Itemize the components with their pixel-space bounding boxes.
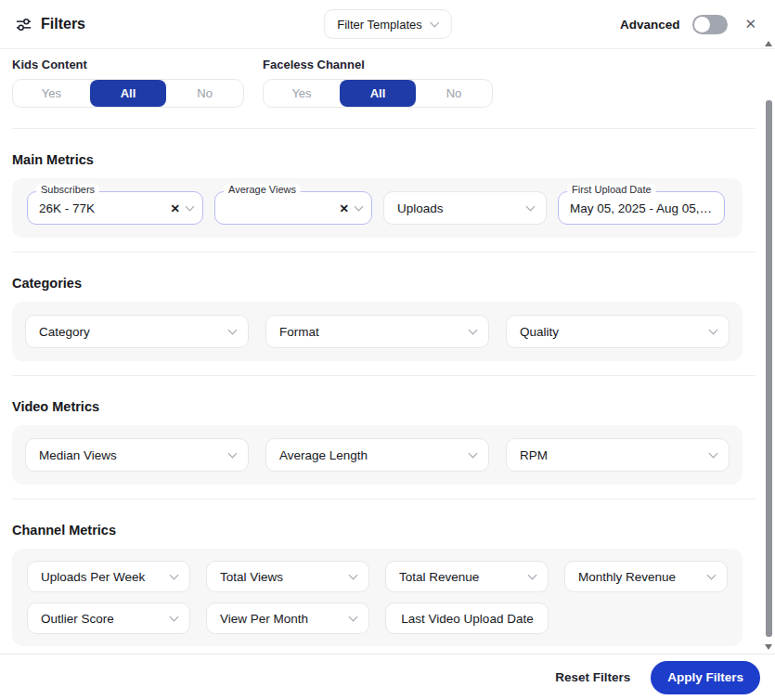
section-divider bbox=[12, 252, 756, 253]
total-revenue-dropdown[interactable]: Total Revenue bbox=[385, 561, 549, 592]
total-revenue-label: Total Revenue bbox=[399, 570, 479, 584]
clear-icon[interactable]: ✕ bbox=[340, 201, 349, 215]
average-length-dropdown[interactable]: Average Length bbox=[265, 438, 489, 472]
chevron-down-icon bbox=[170, 612, 179, 621]
category-dropdown-label: Category bbox=[39, 325, 90, 339]
view-per-month-dropdown[interactable]: View Per Month bbox=[206, 603, 369, 634]
total-views-label: Total Views bbox=[220, 570, 283, 584]
average-length-dropdown-label: Average Length bbox=[279, 448, 368, 462]
filter-templates-label: Filter Templates bbox=[337, 18, 422, 32]
advanced-label: Advanced bbox=[620, 18, 680, 32]
rpm-dropdown-label: RPM bbox=[520, 448, 548, 462]
main-metrics-heading: Main Metrics bbox=[12, 152, 743, 167]
filters-header: Filters Filter Templates Advanced ✕ bbox=[0, 0, 775, 49]
format-dropdown-label: Format bbox=[279, 325, 319, 339]
quality-dropdown-label: Quality bbox=[520, 325, 559, 339]
chevron-down-icon bbox=[430, 18, 439, 27]
categories-heading: Categories bbox=[12, 276, 743, 291]
clear-icon[interactable]: ✕ bbox=[171, 201, 180, 215]
faceless-channel-segmented: Yes All No bbox=[263, 79, 493, 108]
faceless-channel-group: Faceless Channel Yes All No bbox=[263, 58, 493, 108]
view-per-month-label: View Per Month bbox=[220, 612, 308, 626]
main-metrics-panel: Subscribers 26K - 77K ✕ Average Views ✕ … bbox=[12, 178, 743, 238]
last-video-upload-date-button[interactable]: Last Video Upload Date bbox=[385, 603, 549, 634]
outlier-score-dropdown[interactable]: Outlier Score bbox=[27, 603, 190, 634]
median-views-dropdown-label: Median Views bbox=[39, 448, 117, 462]
scroll-up-arrow-icon[interactable] bbox=[765, 41, 772, 46]
kids-content-option-yes[interactable]: Yes bbox=[13, 80, 90, 107]
average-views-field-label: Average Views bbox=[224, 184, 301, 195]
categories-panel: Category Format Quality bbox=[12, 302, 743, 361]
chevron-down-icon bbox=[228, 448, 238, 458]
video-metrics-panel: Median Views Average Length RPM bbox=[12, 425, 743, 485]
first-upload-date-field[interactable]: First Upload Date May 05, 2025 - Aug 05,… bbox=[558, 191, 725, 225]
chevron-down-icon[interactable] bbox=[186, 201, 195, 211]
faceless-channel-option-yes[interactable]: Yes bbox=[264, 80, 340, 107]
toggle-knob bbox=[694, 17, 710, 32]
average-views-field[interactable]: Average Views ✕ bbox=[214, 191, 372, 225]
category-dropdown[interactable]: Category bbox=[25, 315, 249, 348]
sliders-icon bbox=[15, 16, 32, 33]
subscribers-field-label: Subscribers bbox=[36, 184, 99, 195]
apply-filters-button[interactable]: Apply Filters bbox=[651, 661, 760, 694]
filters-body: Kids Content Yes All No Faceless Channel… bbox=[0, 49, 775, 654]
chevron-down-icon bbox=[170, 570, 179, 579]
faceless-channel-option-all[interactable]: All bbox=[340, 80, 416, 107]
chevron-down-icon bbox=[526, 201, 536, 211]
kids-content-option-no[interactable]: No bbox=[166, 80, 243, 107]
chevron-down-icon bbox=[349, 570, 358, 579]
close-icon[interactable]: ✕ bbox=[741, 14, 760, 34]
kids-content-option-all[interactable]: All bbox=[90, 80, 167, 107]
section-divider bbox=[12, 128, 756, 129]
subscribers-field[interactable]: Subscribers 26K - 77K ✕ bbox=[27, 191, 203, 225]
uploads-dropdown-label: Uploads bbox=[397, 201, 444, 215]
faceless-channel-option-no[interactable]: No bbox=[416, 80, 492, 107]
chevron-down-icon bbox=[707, 570, 717, 579]
channel-metrics-panel: Uploads Per Week Total Views Total Reven… bbox=[12, 549, 743, 646]
outlier-score-label: Outlier Score bbox=[41, 612, 114, 626]
kids-content-group: Kids Content Yes All No bbox=[12, 58, 244, 108]
chevron-down-icon bbox=[469, 448, 478, 458]
chevron-down-icon bbox=[528, 570, 537, 579]
format-dropdown[interactable]: Format bbox=[265, 315, 489, 348]
scrollbar-thumb[interactable] bbox=[766, 100, 772, 637]
filter-templates-button[interactable]: Filter Templates bbox=[323, 9, 452, 39]
kids-content-segmented: Yes All No bbox=[12, 79, 244, 108]
chevron-down-icon bbox=[709, 325, 718, 334]
page-title: Filters bbox=[41, 16, 85, 32]
chevron-down-icon bbox=[349, 612, 358, 621]
vertical-scrollbar[interactable] bbox=[763, 39, 775, 652]
first-upload-date-value: May 05, 2025 - Aug 05, 2... bbox=[570, 201, 715, 215]
uploads-per-week-label: Uploads Per Week bbox=[41, 570, 145, 584]
chevron-down-icon bbox=[228, 325, 238, 334]
advanced-toggle[interactable] bbox=[692, 15, 728, 34]
channel-metrics-heading: Channel Metrics bbox=[12, 523, 743, 538]
kids-content-label: Kids Content bbox=[12, 58, 244, 71]
subscribers-field-value: 26K - 77K bbox=[39, 201, 167, 215]
scroll-down-arrow-icon[interactable] bbox=[765, 644, 772, 650]
chevron-down-icon bbox=[469, 325, 478, 334]
rpm-dropdown[interactable]: RPM bbox=[506, 438, 730, 472]
video-metrics-heading: Video Metrics bbox=[12, 399, 743, 414]
last-video-upload-date-label: Last Video Upload Date bbox=[401, 612, 533, 626]
quality-dropdown[interactable]: Quality bbox=[506, 315, 730, 348]
chevron-down-icon[interactable] bbox=[355, 201, 364, 211]
filters-footer: Reset Filters Apply Filters bbox=[0, 654, 775, 700]
monthly-revenue-label: Monthly Revenue bbox=[578, 570, 676, 584]
uploads-per-week-dropdown[interactable]: Uploads Per Week bbox=[27, 561, 190, 592]
monthly-revenue-dropdown[interactable]: Monthly Revenue bbox=[564, 561, 728, 592]
chevron-down-icon bbox=[709, 448, 718, 458]
first-upload-date-label: First Upload Date bbox=[567, 184, 656, 195]
reset-filters-button[interactable]: Reset Filters bbox=[555, 670, 630, 684]
faceless-channel-label: Faceless Channel bbox=[263, 58, 493, 71]
uploads-dropdown[interactable]: Uploads bbox=[383, 191, 547, 225]
total-views-dropdown[interactable]: Total Views bbox=[206, 561, 369, 592]
median-views-dropdown[interactable]: Median Views bbox=[25, 438, 249, 472]
section-divider bbox=[12, 499, 756, 499]
section-divider bbox=[12, 375, 756, 376]
